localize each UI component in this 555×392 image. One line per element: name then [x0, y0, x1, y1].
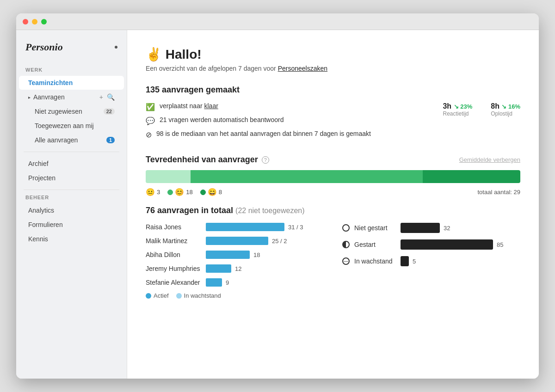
legend-item-2: 😄 8	[200, 188, 222, 196]
sidebar-divider-2	[24, 190, 119, 190]
sidebar-item-kennis[interactable]: Kennis	[19, 232, 124, 246]
agent-bar-container: 18	[206, 251, 324, 259]
aanvragen-actions: + 🔍	[99, 93, 115, 101]
check-icon: ✅	[146, 103, 155, 111]
metric-label-1: Oplostijd	[491, 110, 520, 117]
requests-grid: Raisa Jones 31 / 3 Malik Martinez 25	[146, 223, 520, 299]
agent-bar-active	[206, 264, 231, 273]
app-body: Personio WERK Teaminzichten ▸ Aanvragen …	[16, 30, 539, 379]
logo-area: Personio	[16, 39, 127, 64]
table-row: Abiha Dillon 18	[146, 251, 324, 259]
wachstand-icon: —	[342, 257, 350, 265]
status-bar-container: 32	[401, 223, 520, 233]
stats-area: ✅ verplaatst naar klaar 💬 21 vragen werd…	[146, 102, 520, 144]
status-count: 85	[497, 241, 503, 248]
status-count: 5	[413, 258, 416, 265]
subtitle-pre: Een overzicht van de afgelopen 7 dagen v…	[146, 65, 278, 72]
status-bar	[401, 223, 440, 233]
sidebar-item-label: Kennis	[28, 235, 48, 243]
stat-text-0: verplaatst naar klaar	[160, 102, 218, 110]
minimize-button[interactable]	[32, 19, 37, 24]
sidebar-item-aanvragen[interactable]: ▸ Aanvragen + 🔍	[19, 90, 124, 104]
agent-name: Abiha Dillon	[146, 251, 206, 258]
agent-name: Jeremy Humphries	[146, 265, 206, 272]
sidebar-item-toegewezen[interactable]: Toegewezen aan mij	[19, 119, 124, 133]
stat-text-2: 98 is de mediaan van het aantal aanvrage…	[156, 130, 371, 137]
minus-symbol: —	[344, 259, 348, 263]
metric-value-1: 8h ↘ 16%	[491, 102, 520, 110]
sidebar-item-label: Niet zugewiesen	[35, 108, 82, 115]
agent-bar-active	[206, 251, 250, 259]
sidebar-item-alle-aanvragen[interactable]: Alle aanvragen 1	[19, 133, 124, 147]
sidebar-item-niet-zugewiesen[interactable]: Niet zugewiesen 22	[19, 104, 124, 118]
agent-count: 12	[235, 265, 241, 272]
stats-list: ✅ verplaatst naar klaar 💬 21 vragen werd…	[146, 102, 443, 144]
satisfaction-legend: 😐 3 😊 18 😄 8 totaal aantal: 29	[146, 188, 520, 196]
sidebar-item-formulieren[interactable]: Formulieren	[19, 218, 124, 232]
agent-count: 31 / 3	[288, 224, 303, 231]
status-label: Niet gestart	[354, 224, 396, 232]
table-row: Jeremy Humphries 12	[146, 264, 324, 273]
gestart-icon	[342, 241, 350, 248]
legend-wacht-label: In wachtstand	[184, 292, 221, 299]
agent-bar-active	[206, 278, 222, 287]
status-label: Gestart	[354, 241, 396, 248]
stat-text-1: 21 vragen werden automatisch beantwoord	[160, 116, 284, 123]
chat-icon: 💬	[146, 116, 155, 125]
satisfaction-section: Tevredenheid van aanvrager ? Gemiddelde …	[146, 155, 520, 196]
stat-row-0: ✅ verplaatst naar klaar	[146, 102, 443, 111]
subtitle-link[interactable]: Personeelszaken	[278, 65, 327, 72]
agent-name: Stefanie Alexander	[146, 279, 206, 286]
satisfaction-bar	[146, 170, 520, 183]
chevron-icon: ▸	[28, 95, 31, 100]
metric-label-0: Reactietijd	[443, 110, 472, 117]
sidebar: Personio WERK Teaminzichten ▸ Aanvragen …	[16, 30, 127, 379]
legend-dot-dark	[200, 190, 206, 195]
requests-count: 76 aanvragen in totaal	[146, 206, 233, 215]
search-icon[interactable]: 🔍	[107, 93, 115, 101]
sidebar-item-teaminzichten[interactable]: Teaminzichten	[19, 76, 124, 90]
table-row: Malik Martinez 25 / 2	[146, 237, 324, 245]
agent-name: Raisa Jones	[146, 223, 206, 231]
bar-segment-mid	[191, 170, 423, 183]
sidebar-item-label: Formulieren	[28, 221, 63, 228]
legend-count-0: 3	[157, 189, 160, 196]
logo-dropdown-icon[interactable]	[115, 46, 117, 49]
help-icon[interactable]: ?	[262, 156, 269, 164]
requests-subtitle-text: (22 niet toegewezen)	[235, 207, 304, 214]
smiley-dark-icon: 😄	[208, 188, 217, 196]
smiley-mid-icon: 😊	[175, 188, 184, 196]
metric-oplostijd: 8h ↘ 16% Oplostijd	[491, 102, 520, 117]
add-icon[interactable]: +	[99, 93, 103, 101]
agent-count: 18	[253, 251, 260, 258]
aanvragen-left: ▸ Aanvragen	[28, 93, 65, 101]
status-label: In wachstand	[354, 257, 396, 265]
close-button[interactable]	[23, 19, 28, 24]
status-bar	[401, 256, 409, 266]
sidebar-item-analytics[interactable]: Analytics	[19, 203, 124, 217]
agent-count: 9	[226, 279, 229, 286]
logo-text: Personio	[25, 41, 63, 53]
legend-item-1: 😊 18	[167, 188, 192, 196]
sidebar-item-label: Aanvragen	[33, 93, 65, 101]
hide-average-link[interactable]: Gemiddelde verbergen	[459, 156, 520, 163]
sidebar-item-archief[interactable]: Archief	[19, 157, 124, 171]
sidebar-item-projecten[interactable]: Projecten	[19, 171, 124, 185]
satisfaction-title-row: Tevredenheid van aanvrager ?	[146, 155, 269, 165]
agent-bar-container: 9	[206, 278, 324, 287]
maximize-button[interactable]	[41, 19, 47, 24]
table-row: — In wachstand 5	[342, 256, 520, 266]
legend-actief: Actief	[146, 292, 169, 299]
agent-bar-container: 25 / 2	[206, 237, 324, 245]
status-list: Niet gestart 32 Gestart	[342, 223, 520, 299]
sidebar-item-label: Toegewezen aan mij	[35, 122, 94, 129]
satisfaction-title: Tevredenheid van aanvrager	[146, 155, 258, 165]
requests-section: 76 aanvragen in totaal (22 niet toegewez…	[146, 206, 520, 299]
agent-bar-container: 12	[206, 264, 324, 273]
app-window: Personio WERK Teaminzichten ▸ Aanvragen …	[16, 13, 539, 379]
status-bar	[401, 239, 493, 250]
sidebar-item-label: Projecten	[28, 174, 56, 182]
metrics-area: 3h ↘ 23% Reactietijd 8h ↘ 16% Oplostijd	[443, 102, 520, 144]
titlebar	[16, 13, 539, 30]
bar-segment-dark	[423, 170, 520, 183]
